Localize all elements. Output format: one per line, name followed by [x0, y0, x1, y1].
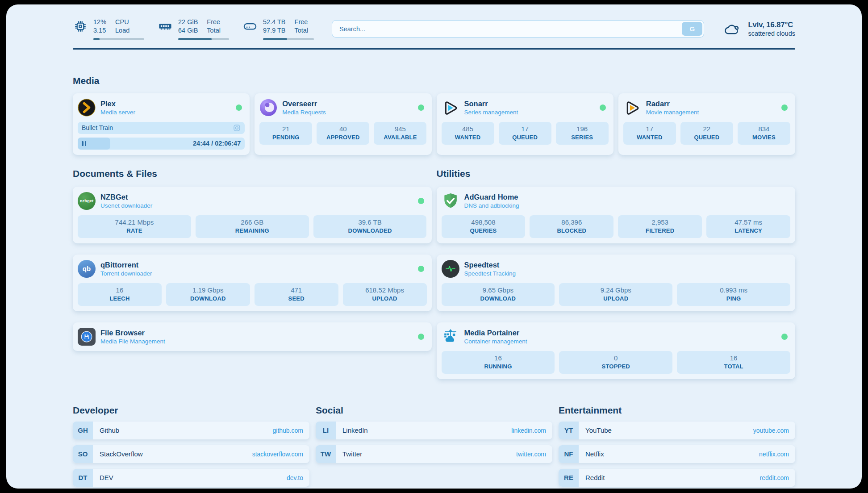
section-title-social: Social	[316, 405, 552, 416]
app-title: Sonarr	[464, 100, 518, 108]
stat-box: 86,396BLOCKED	[530, 215, 613, 238]
disk-icon	[242, 19, 258, 34]
bookmark-url: reddit.com	[760, 474, 795, 481]
bookmark-abbr: YT	[559, 422, 579, 439]
stat-box: 834MOVIES	[738, 122, 790, 145]
bookmark-reddit[interactable]: RE Reddit reddit.com	[559, 469, 795, 487]
stat-box: 0.993 msPING	[677, 283, 790, 306]
stat-box: 744.21 MbpsRATE	[78, 215, 191, 238]
disk-usage-bar	[263, 38, 314, 40]
app-title: Media Portainer	[464, 329, 527, 337]
bookmark-twitter[interactable]: TW Twitter twitter.com	[316, 445, 552, 463]
bookmark-github[interactable]: GH Github github.com	[73, 422, 309, 439]
app-subtitle: Container management	[464, 338, 527, 345]
status-dot	[781, 334, 788, 340]
app-title: Plex	[100, 100, 135, 108]
bookmark-abbr: SO	[73, 445, 93, 463]
bookmark-netflix[interactable]: NF Netflix netflix.com	[559, 445, 795, 463]
sonarr-card[interactable]: Sonarr Series management 485WANTED 17QUE…	[437, 93, 613, 155]
bookmark-name: StackOverflow	[93, 450, 143, 458]
stat-box: 22QUEUED	[680, 122, 733, 145]
bookmark-url: dev.to	[287, 474, 309, 481]
plex-card[interactable]: Plex Media server Bullet Train 24:44 / 0…	[73, 93, 250, 155]
bookmark-url: youtube.com	[753, 427, 795, 434]
stat-box: 21PENDING	[259, 122, 312, 145]
bookmark-linkedin[interactable]: LI LinkedIn linkedin.com	[316, 422, 552, 439]
bookmark-url: netflix.com	[759, 451, 795, 458]
bookmark-name: Github	[93, 426, 119, 434]
stat-box: 618.52 MbpsUPLOAD	[343, 283, 427, 306]
filebrowser-card[interactable]: File Browser Media File Management	[73, 322, 432, 351]
section-title-utilities: Utilities	[437, 168, 796, 179]
app-subtitle: Media server	[100, 109, 135, 116]
section-title-media: Media	[73, 75, 795, 86]
bookmark-abbr: DT	[73, 469, 93, 487]
app-subtitle: Media Requests	[282, 109, 326, 116]
header-divider	[73, 48, 795, 50]
dashboard-panel: 12%3.15 CPULoad	[6, 4, 862, 489]
bookmark-url: stackoverflow.com	[252, 451, 309, 458]
bookmark-name: Twitter	[336, 450, 362, 458]
filebrowser-icon	[78, 328, 96, 346]
stat-box: 16RUNNING	[442, 351, 555, 374]
stat-box: 9.65 GbpsDOWNLOAD	[442, 283, 555, 306]
status-dot	[418, 198, 424, 204]
app-subtitle: Series management	[464, 109, 518, 116]
app-subtitle: Speedtest Tracking	[464, 270, 516, 277]
bookmark-url: github.com	[273, 427, 309, 434]
stat-box: 16LEECH	[78, 283, 162, 306]
status-dot	[236, 104, 242, 111]
overseerr-card[interactable]: Overseerr Media Requests 21PENDING 40APP…	[255, 93, 431, 155]
social-column: Social LI LinkedIn linkedin.com TW Twitt…	[316, 405, 552, 487]
bookmark-abbr: LI	[316, 422, 336, 439]
stat-box: 39.6 TBDOWNLOADED	[313, 215, 427, 238]
ram-usage-bar	[178, 38, 229, 40]
search-input[interactable]	[338, 25, 680, 33]
qbittorrent-icon: qb	[78, 260, 96, 278]
disk-labels: FreeTotal	[295, 18, 309, 35]
memory-icon	[158, 19, 173, 34]
ram-labels: FreeTotal	[207, 18, 221, 35]
app-title: NZBGet	[100, 193, 152, 201]
app-subtitle: Torrent downloader	[100, 270, 152, 277]
status-dot	[781, 104, 788, 111]
now-playing-row: Bullet Train	[78, 122, 245, 134]
bookmark-name: Netflix	[579, 450, 604, 458]
stat-box: 2,953FILTERED	[618, 215, 702, 238]
ram-stat: 22 GiB64 GiB FreeTotal	[158, 18, 229, 40]
bookmark-youtube[interactable]: YT YouTube youtube.com	[559, 422, 795, 439]
ram-values: 22 GiB64 GiB	[178, 18, 198, 35]
nzbget-card[interactable]: nzbget NZBGet Usenet downloader 744.21 M…	[73, 187, 432, 243]
system-stats: 12%3.15 CPULoad	[73, 18, 314, 40]
google-search-button[interactable]: G	[682, 22, 702, 36]
speedtest-card[interactable]: Speedtest Speedtest Tracking 9.65 GbpsDO…	[437, 255, 796, 311]
app-subtitle: Movie management	[646, 109, 699, 116]
bookmark-stackoverflow[interactable]: SO StackOverflow stackoverflow.com	[73, 445, 309, 463]
status-dot	[418, 104, 424, 111]
stat-box: 16TOTAL	[677, 351, 790, 374]
portainer-card[interactable]: Media Portainer Container management 16R…	[437, 322, 796, 379]
stat-box: 9.24 GbpsUPLOAD	[559, 283, 672, 306]
bookmark-name: Reddit	[579, 474, 605, 481]
cpu-labels: CPULoad	[115, 18, 129, 35]
qbittorrent-card[interactable]: qb qBittorrent Torrent downloader 16LEEC…	[73, 255, 432, 311]
stat-box: 1.19 GbpsDOWNLOAD	[166, 283, 250, 306]
section-title-documents: Documents & Files	[73, 168, 432, 179]
nzbget-icon: nzbget	[78, 192, 96, 210]
bookmark-dev[interactable]: DT DEV dev.to	[73, 469, 309, 487]
stat-box: 17QUEUED	[499, 122, 551, 145]
radarr-card[interactable]: Radarr Movie management 17WANTED 22QUEUE…	[618, 93, 795, 155]
adguard-card[interactable]: AdGuard Home DNS and adblocking 498,508Q…	[437, 187, 796, 243]
status-dot	[418, 266, 424, 272]
weather-condition: scattered clouds	[748, 30, 795, 37]
pause-icon	[82, 141, 86, 146]
developer-column: Developer GH Github github.com SO StackO…	[73, 405, 309, 487]
top-bar: 12%3.15 CPULoad	[73, 18, 795, 40]
app-subtitle: DNS and adblocking	[464, 202, 519, 209]
sonarr-icon	[442, 99, 459, 117]
utilities-column: Utilities AdGuard Home D	[437, 168, 796, 379]
cpu-usage-bar	[93, 38, 144, 40]
status-dot	[418, 334, 424, 340]
section-title-entertainment: Entertainment	[559, 405, 795, 416]
app-subtitle: Usenet downloader	[100, 202, 152, 209]
